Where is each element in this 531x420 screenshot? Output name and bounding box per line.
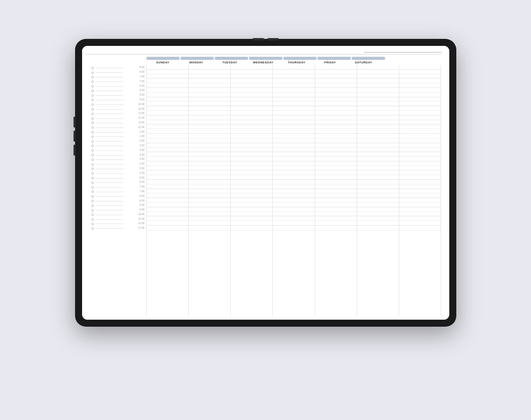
day-cell (315, 106, 357, 111)
day-cell (357, 147, 399, 152)
day-cell (315, 70, 357, 74)
time-label: 11:00 (125, 111, 146, 116)
day-cell (273, 207, 314, 212)
day-cell (147, 106, 188, 111)
day-cell (147, 198, 188, 203)
list-item (86, 84, 125, 89)
day-cell (357, 134, 399, 138)
week-of-line (364, 52, 442, 52)
day-cell (357, 124, 399, 129)
list-circle (91, 80, 94, 83)
list-line (95, 136, 123, 137)
list-item (86, 194, 125, 199)
day-cell (189, 207, 230, 212)
list-item (86, 176, 125, 180)
day-cell (231, 134, 272, 138)
day-cell (147, 79, 188, 83)
list-item (86, 148, 125, 153)
day-cell (399, 93, 441, 97)
list-item (86, 180, 125, 185)
day-cell (273, 129, 314, 134)
day-cell (273, 152, 314, 157)
time-label: 1:30 (125, 134, 146, 138)
day-cell (273, 120, 314, 125)
day-cell (273, 138, 314, 143)
day-cell (399, 166, 441, 171)
list-circle (91, 195, 94, 198)
list-circle (91, 94, 94, 97)
list-item (86, 153, 125, 158)
day-cell (273, 157, 314, 161)
day-cell (273, 180, 314, 184)
day-cell (399, 65, 441, 70)
day-cell (189, 170, 230, 175)
day-cell (399, 175, 441, 180)
list-circle (91, 67, 94, 69)
day-cell (189, 184, 230, 189)
day-cell (315, 189, 357, 194)
day-cell (147, 65, 188, 70)
color-dot (352, 57, 385, 60)
time-label: 10:00 (125, 102, 146, 106)
day-cell (357, 74, 399, 79)
day-cell (399, 120, 441, 125)
time-label: 9:00 (125, 203, 146, 207)
tablet-screen: SUNDAY MONDAY TUESDAY WEDNESDAY THURSDAY… (82, 46, 449, 320)
day-cell (273, 111, 314, 116)
time-label: 3:00 (125, 147, 146, 152)
day-cell (147, 161, 188, 166)
time-label: 6:00 (125, 65, 146, 70)
day-cell (315, 184, 357, 189)
day-cell (357, 93, 399, 97)
day-cell (315, 138, 357, 143)
tablet-btn-2 (267, 38, 279, 40)
day-cell (315, 116, 357, 120)
list-item (86, 98, 125, 103)
day-cell (231, 74, 272, 79)
list-line (95, 201, 123, 201)
time-label: 8:30 (125, 198, 146, 203)
day-cell (273, 116, 314, 120)
day-cell (273, 97, 314, 102)
list-item (86, 162, 125, 167)
day-cell (147, 120, 188, 125)
day-cell (399, 157, 441, 161)
time-label: 9:30 (125, 207, 146, 212)
day-cell (273, 65, 314, 70)
day-cell (147, 124, 188, 129)
day-cell (231, 170, 272, 175)
day-cell (315, 97, 357, 102)
day-cell (147, 180, 188, 184)
week-of-container (361, 52, 442, 52)
list-line (95, 100, 123, 100)
list-circle (91, 200, 94, 202)
day-cell (273, 124, 314, 129)
list-circle (91, 168, 94, 170)
day-cell (273, 74, 314, 79)
day-cell (357, 79, 399, 83)
time-label: 4:00 (125, 157, 146, 161)
list-line (95, 155, 123, 156)
day-cell (231, 226, 272, 230)
day-cell (189, 180, 230, 184)
day-cell (147, 97, 188, 102)
day-cell (231, 157, 272, 161)
day-cell (147, 166, 188, 171)
day-cell (189, 193, 230, 198)
day-cell (147, 216, 188, 221)
list-item (86, 222, 125, 226)
day-cell (399, 184, 441, 189)
day-cell (399, 203, 441, 207)
tablet-device: SUNDAY MONDAY TUESDAY WEDNESDAY THURSDAY… (75, 39, 456, 327)
day-cell (189, 161, 230, 166)
list-item (86, 190, 125, 194)
list-item (86, 121, 125, 126)
day-cell (273, 83, 314, 88)
time-label: 11:30 (125, 226, 146, 230)
list-item (86, 130, 125, 135)
day-cell (231, 175, 272, 180)
day-cell (189, 65, 230, 70)
list-circle (91, 76, 94, 78)
list-line (95, 215, 123, 215)
day-cell (357, 70, 399, 74)
